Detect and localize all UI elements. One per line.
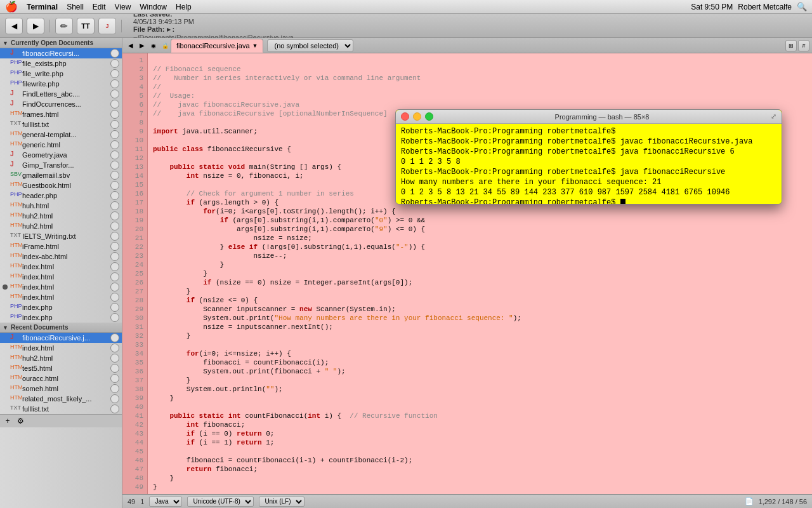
sidebar-recent-section[interactable]: ▼ Recent Documents (0, 323, 122, 333)
sidebar-item-filewrite[interactable]: PHP filewrite.php (0, 79, 122, 89)
sidebar-circle-btn[interactable] (110, 150, 119, 159)
sidebar-item-index1[interactable]: HTM index.html (0, 262, 122, 272)
toolbar-edit-btn[interactable]: ✏ (55, 18, 73, 34)
sidebar-circle-btn[interactable] (110, 171, 119, 180)
sidebar-item-gmail[interactable]: SBV gmailemaiil.sbv (0, 170, 122, 180)
tab-nav-prev[interactable]: ◀ (125, 40, 136, 51)
toolbar-forward-btn[interactable]: ▶ (27, 18, 44, 34)
sidebar-circle-btn[interactable] (110, 59, 119, 68)
sidebar-circle-btn[interactable] (110, 404, 119, 413)
sidebar-item-indexphp1[interactable]: PHP index.php (0, 302, 122, 312)
sidebar-item-ielts[interactable]: TXT IELTS_Writing.txt (0, 231, 122, 241)
terminal-maximize-btn[interactable] (425, 112, 433, 121)
sidebar-item-huh2[interactable]: HTM huh2.html (0, 211, 122, 221)
search-icon[interactable]: 🔍 (797, 2, 807, 11)
sidebar-recent-fulllist[interactable]: TXT fulllist.txt (0, 404, 122, 414)
app-name[interactable]: Terminal (27, 3, 58, 11)
line-ending-selector[interactable]: Unix (LF) (259, 497, 304, 507)
sidebar-item-indexphp2[interactable]: PHP index.php (0, 312, 122, 323)
tab-nav-next[interactable]: ▶ (136, 40, 148, 51)
apple-menu[interactable]: 🍎 (5, 1, 18, 13)
sidebar-item-frames[interactable]: HTM frames.html (0, 109, 122, 119)
menu-view[interactable]: View (115, 3, 131, 11)
sidebar-circle-btn[interactable] (110, 222, 119, 231)
sidebar-circle-btn[interactable] (110, 374, 119, 383)
sidebar-circle-btn[interactable] (110, 354, 119, 363)
sidebar-circle-btn[interactable] (110, 293, 119, 302)
sidebar-circle-btn[interactable] (110, 191, 119, 200)
sidebar-item-file-write[interactable]: PHP file_write.php (0, 69, 122, 79)
sidebar-circle-btn[interactable] (110, 79, 119, 88)
sidebar-add-btn[interactable]: + (3, 416, 13, 426)
sidebar-circle-btn[interactable] (110, 120, 119, 129)
toolbar-back-btn[interactable]: ◀ (5, 18, 23, 34)
terminal-content[interactable]: Roberts-MacBook-Pro:Programming robertme… (396, 124, 782, 204)
sidebar-item-indexabc[interactable]: HTM index-abc.html (0, 251, 122, 262)
menu-edit[interactable]: Edit (93, 3, 106, 11)
symbol-selector[interactable]: (no symbol selected) (267, 39, 353, 52)
sidebar-recent-fibonacci[interactable]: J fibonacciRecursive.j... (0, 333, 122, 343)
terminal-expand-btn[interactable]: ⤢ (771, 112, 776, 121)
sidebar-circle-btn[interactable] (110, 283, 119, 291)
sidebar-circle-btn[interactable] (110, 100, 119, 109)
sidebar-circle-btn[interactable] (110, 201, 119, 210)
sidebar-item-index2[interactable]: HTM index.html (0, 272, 122, 282)
sidebar-open-section[interactable]: ▼ Currently Open Documents (0, 38, 122, 48)
toolbar-font-btn[interactable]: TT (77, 18, 95, 34)
sidebar-recent-ouracc[interactable]: HTM ouracc.html (0, 373, 122, 384)
tab-nav-lock[interactable]: 🔒 (159, 40, 171, 51)
sidebar-circle-btn[interactable] (110, 252, 119, 261)
tab-action-btn1[interactable]: ⊞ (785, 40, 797, 51)
tab-nav-bookmark[interactable]: ◉ (148, 40, 159, 51)
terminal-close-btn[interactable] (401, 112, 409, 121)
menu-help[interactable]: Help (176, 3, 192, 11)
sidebar-recent-index[interactable]: HTM index.html (0, 343, 122, 353)
sidebar-item-index4[interactable]: HTM index.html (0, 292, 122, 302)
sidebar-settings-btn[interactable]: ⚙ (15, 416, 25, 426)
sidebar-item-generic[interactable]: HTM generic.html (0, 140, 122, 150)
sidebar-item-fibonacci[interactable]: J fibonacciRecursi... (0, 48, 122, 58)
encoding-selector[interactable]: Unicode (UTF-8) (187, 497, 254, 507)
sidebar-circle-btn[interactable] (110, 232, 119, 241)
sidebar-circle-btn[interactable] (110, 333, 119, 342)
sidebar-item-findletters[interactable]: J FindLetters_abc.... (0, 89, 122, 99)
sidebar-circle-btn[interactable] (110, 140, 119, 149)
sidebar-item-general[interactable]: HTM general-templat... (0, 130, 122, 140)
sidebar-circle-btn[interactable] (110, 161, 119, 170)
sidebar-item-findoccurrences[interactable]: J FindOccurrences... (0, 99, 122, 109)
sidebar-recent-test5[interactable]: HTM test5.html (0, 363, 122, 373)
sidebar-circle-btn[interactable] (110, 242, 119, 251)
sidebar-circle-btn[interactable] (110, 394, 119, 403)
sidebar-circle-btn[interactable] (110, 364, 119, 373)
sidebar-circle-btn[interactable] (110, 181, 119, 190)
sidebar-circle-btn[interactable] (110, 313, 119, 322)
sidebar-circle-btn[interactable] (110, 344, 119, 352)
sidebar-circle-btn[interactable] (110, 69, 119, 78)
sidebar-item-huh[interactable]: HTM huh.html (0, 201, 122, 211)
sidebar-item-guestbook[interactable]: HTM Guestbook.html (0, 180, 122, 190)
terminal-window[interactable]: Programming — bash — 85×8 ⤢ Roberts-MacB… (395, 109, 782, 204)
tab-fibonacci[interactable]: fibonacciRecursive.java ▼ (171, 39, 263, 53)
sidebar-item-iframe[interactable]: HTM iFrame.html (0, 241, 122, 251)
tab-action-btn2[interactable]: # (798, 40, 809, 51)
sidebar-recent-someh[interactable]: HTM someh.html (0, 384, 122, 394)
sidebar-circle-btn[interactable] (110, 272, 119, 281)
sidebar-circle-btn[interactable] (110, 90, 119, 98)
menu-window[interactable]: Window (140, 3, 167, 11)
sidebar-circle-btn[interactable] (110, 262, 119, 271)
toolbar-java-btn[interactable]: J (98, 18, 116, 34)
sidebar-circle-btn[interactable] (110, 384, 119, 393)
sidebar-circle-btn[interactable] (110, 130, 119, 139)
language-selector[interactable]: Java (149, 497, 182, 507)
sidebar-item-file-exists[interactable]: PHP file_exists.php (0, 58, 122, 69)
sidebar-item-geometry[interactable]: J Geometry.java (0, 150, 122, 160)
sidebar-item-index3[interactable]: HTM index.html (0, 282, 122, 292)
terminal-minimize-btn[interactable] (413, 112, 421, 121)
sidebar-recent-huh2[interactable]: HTM huh2.html (0, 353, 122, 363)
menu-shell[interactable]: Shell (67, 3, 84, 11)
sidebar-item-gimp[interactable]: J Gimp_Transfor... (0, 160, 122, 170)
sidebar-circle-btn[interactable] (110, 110, 119, 119)
sidebar-circle-btn[interactable] (110, 211, 119, 220)
sidebar-item-fulllist[interactable]: TXT fulllist.txt (0, 119, 122, 130)
sidebar-recent-related[interactable]: HTM related_most_likely_... (0, 394, 122, 404)
